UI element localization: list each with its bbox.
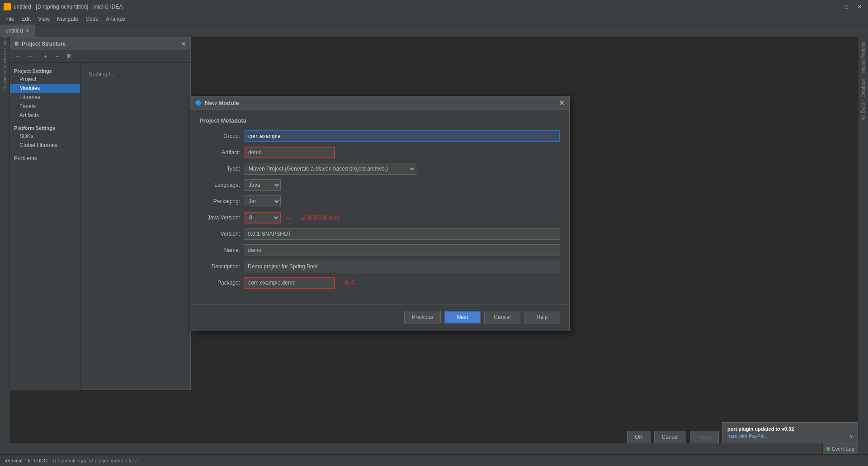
menu-analyze[interactable]: Analyze bbox=[102, 16, 129, 22]
description-row: Description: bbox=[199, 261, 560, 272]
language-label: Language: bbox=[199, 182, 245, 188]
version-label: Version: bbox=[199, 231, 245, 237]
help-button[interactable]: Help bbox=[524, 311, 560, 323]
type-label: Type: bbox=[199, 166, 245, 172]
window-title: untitled - [D:\spring-ncl\untitled] - In… bbox=[14, 4, 123, 10]
menu-code[interactable]: Code bbox=[82, 16, 102, 22]
todo-button[interactable]: 6: TODO bbox=[28, 458, 48, 463]
menu-navigate[interactable]: Navigate bbox=[53, 16, 82, 22]
package-label: Package: bbox=[199, 280, 245, 286]
tab-bar: untitled ✕ bbox=[0, 24, 868, 37]
packaging-label: Packaging: bbox=[199, 198, 245, 204]
bottom-strip: Terminal 6: TODO () Lombok support plugi… bbox=[0, 454, 868, 466]
java-version-label: Java Version: bbox=[199, 214, 245, 221]
description-input[interactable] bbox=[245, 261, 560, 272]
dialog-title-bar: 🔷 New Module ✕ bbox=[190, 96, 569, 110]
package-row: Package: 包名 bbox=[199, 277, 560, 289]
menu-view[interactable]: View bbox=[34, 16, 53, 22]
group-label: Group: bbox=[199, 133, 245, 139]
next-button[interactable]: Next bbox=[444, 311, 481, 323]
dialog-title-text: 🔷 New Module bbox=[195, 100, 239, 106]
title-bar: untitled - [D:\spring-ncl\untitled] - In… bbox=[0, 0, 868, 14]
terminal-button[interactable]: Terminal bbox=[4, 458, 23, 463]
event-log-icon bbox=[826, 447, 830, 451]
minimize-button[interactable]: ─ bbox=[829, 4, 839, 10]
menu-file[interactable]: File bbox=[2, 16, 18, 22]
group-input[interactable] bbox=[245, 130, 560, 142]
tab-close-icon[interactable]: ✕ bbox=[26, 28, 29, 33]
dialog-title-label: New Module bbox=[205, 100, 239, 106]
java-version-select[interactable]: 8 11 17 bbox=[245, 212, 281, 223]
version-input[interactable] bbox=[245, 228, 560, 240]
name-input[interactable] bbox=[245, 244, 560, 256]
package-annotation: 包名 bbox=[344, 279, 356, 287]
dialog-footer: Previous Next Cancel Help bbox=[190, 304, 569, 331]
dialog-body: Project Metadata Group: Artifact: Type: … bbox=[190, 110, 569, 300]
name-row: Name: bbox=[199, 244, 560, 256]
close-button[interactable]: ✕ bbox=[854, 4, 864, 10]
language-row: Language: Java Kotlin Groovy bbox=[199, 179, 560, 191]
app-icon bbox=[4, 3, 11, 10]
language-select[interactable]: Java Kotlin Groovy bbox=[245, 179, 281, 191]
event-log-badge[interactable]: Event Log bbox=[822, 443, 858, 454]
status-text: () Lombok support plugin updated to v... bbox=[53, 458, 864, 463]
name-label: Name: bbox=[199, 247, 245, 253]
java-version-row: Java Version: 8 11 17 ← 这里选8版本的 bbox=[199, 212, 560, 223]
packaging-row: Packaging: Jar War bbox=[199, 195, 560, 207]
type-row: Type: Maven Project (Generate a Maven ba… bbox=[199, 163, 560, 175]
menu-edit[interactable]: Edit bbox=[18, 16, 34, 22]
group-row: Group: bbox=[199, 130, 560, 142]
type-select[interactable]: Maven Project (Generate a Maven based pr… bbox=[245, 163, 416, 175]
packaging-select[interactable]: Jar War bbox=[245, 195, 281, 207]
event-log-label: Event Log bbox=[832, 446, 854, 452]
java-version-arrow-icon: ← bbox=[284, 213, 293, 223]
previous-button[interactable]: Previous bbox=[404, 311, 441, 323]
artifact-input[interactable] bbox=[245, 147, 335, 158]
artifact-row: Artifact: bbox=[199, 147, 560, 158]
new-module-dialog: 🔷 New Module ✕ Project Metadata Group: A… bbox=[190, 96, 570, 331]
version-row: Version: bbox=[199, 228, 560, 240]
cancel-button[interactable]: Cancel bbox=[484, 311, 520, 323]
menu-bar: File Edit View Navigate Code Analyze bbox=[0, 14, 868, 24]
maximize-button[interactable]: □ bbox=[842, 4, 851, 10]
main-layout: 1:Project 2:Structure 2:Favorites Maven … bbox=[0, 37, 868, 443]
package-input[interactable] bbox=[245, 277, 335, 289]
dialog-overlay: 🔷 New Module ✕ Project Metadata Group: A… bbox=[0, 37, 868, 443]
dialog-title-icon: 🔷 bbox=[195, 100, 202, 106]
tab-label: untitled bbox=[5, 28, 23, 34]
java-version-annotation: 这里选8版本的 bbox=[301, 214, 339, 222]
description-label: Description: bbox=[199, 263, 245, 270]
artifact-label: Artifact: bbox=[199, 149, 245, 156]
dialog-close-button[interactable]: ✕ bbox=[559, 99, 565, 107]
dialog-section-title: Project Metadata bbox=[199, 117, 560, 124]
tab-untitled[interactable]: untitled ✕ bbox=[0, 24, 35, 37]
